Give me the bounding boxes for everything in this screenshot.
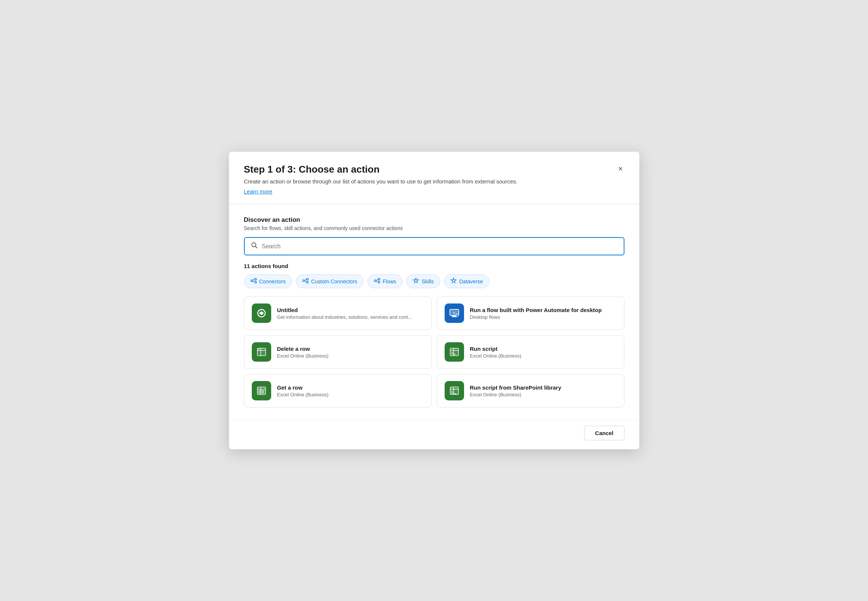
learn-more-link[interactable]: Learn more (244, 188, 273, 195)
svg-marker-18 (451, 278, 456, 283)
action-source-delete-row: Excel Online (Business) (277, 353, 329, 358)
svg-point-12 (374, 280, 376, 282)
choose-action-dialog: Step 1 of 3: Choose an action Create an … (229, 152, 639, 449)
flows-label: Flows (383, 279, 396, 284)
svg-point-3 (254, 279, 256, 281)
chip-dataverse[interactable]: Dataverse (444, 275, 489, 288)
action-card-run-script-sharepoint[interactable]: Run script from SharePoint library Excel… (437, 374, 624, 407)
dialog-body: Discover an action Search for flows, ski… (229, 204, 639, 420)
dataverse-label: Dataverse (459, 279, 483, 284)
action-name-delete-row: Delete a row (277, 346, 329, 352)
skills-icon (413, 278, 419, 285)
svg-point-2 (251, 280, 252, 282)
actions-grid: Untitled Get information about industrie… (244, 296, 624, 407)
action-card-untitled[interactable]: Untitled Get information about industrie… (244, 296, 432, 330)
chip-flows[interactable]: Flows (367, 275, 403, 288)
action-name-untitled: Untitled (277, 307, 412, 313)
flows-icon (374, 278, 381, 285)
svg-point-9 (307, 282, 309, 283)
svg-point-8 (307, 279, 309, 281)
actions-found-label: 11 actions found (244, 263, 624, 269)
action-name-run-script: Run script (470, 346, 521, 352)
action-info-run-desktop-flow: Run a flow built with Power Automate for… (470, 307, 602, 320)
svg-rect-31 (450, 348, 458, 356)
cancel-button[interactable]: Cancel (584, 426, 624, 440)
action-info-delete-row: Delete a row Excel Online (Business) (277, 346, 329, 358)
custom-connectors-label: Custom Connectors (311, 279, 358, 284)
action-icon-run-script-sharepoint (445, 381, 464, 400)
svg-point-7 (303, 280, 305, 282)
search-icon (251, 242, 258, 251)
connectors-icon (250, 278, 257, 285)
dialog-subtitle: Create an action or browse through our l… (244, 178, 624, 185)
action-card-run-desktop-flow[interactable]: Run a flow built with Power Automate for… (437, 296, 624, 330)
filter-chips: Connectors Custom Connectors (244, 275, 624, 288)
close-button[interactable]: × (614, 162, 627, 175)
action-info-untitled: Untitled Get information about industrie… (277, 307, 412, 320)
svg-line-1 (255, 246, 257, 248)
action-icon-run-desktop-flow (445, 304, 464, 323)
action-name-run-desktop-flow: Run a flow built with Power Automate for… (470, 307, 602, 313)
connectors-label: Connectors (259, 279, 286, 284)
action-info-get-row: Get a row Excel Online (Business) (277, 384, 329, 397)
action-source-run-script: Excel Online (Business) (470, 353, 521, 358)
svg-point-20 (260, 312, 263, 314)
chip-custom-connectors[interactable]: Custom Connectors (296, 275, 364, 288)
chip-connectors[interactable]: Connectors (244, 275, 292, 288)
action-card-get-row[interactable]: Get a row Excel Online (Business) (244, 374, 432, 407)
action-source-get-row: Excel Online (Business) (277, 392, 329, 397)
action-source-run-desktop-flow: Desktop flows (470, 314, 602, 320)
action-card-delete-row[interactable]: X Delete a row Excel Online (Business) (244, 335, 432, 369)
dialog-title: Step 1 of 3: Choose an action (244, 164, 624, 175)
action-card-run-script[interactable]: Run script Excel Online (Business) (437, 335, 624, 369)
dialog-footer: Cancel (229, 420, 639, 449)
svg-line-11 (305, 281, 307, 282)
action-icon-untitled (252, 304, 271, 323)
action-source-run-script-sharepoint: Excel Online (Business) (470, 392, 561, 397)
svg-line-10 (305, 280, 307, 281)
action-info-run-script-sharepoint: Run script from SharePoint library Excel… (470, 384, 561, 397)
svg-point-13 (378, 279, 380, 281)
action-source-untitled: Get information about industries, soluti… (277, 314, 412, 320)
action-icon-get-row (252, 381, 271, 400)
discover-subtitle: Search for flows, skill actions, and com… (244, 225, 624, 231)
skills-label: Skills (422, 279, 434, 284)
action-name-run-script-sharepoint: Run script from SharePoint library (470, 384, 561, 391)
svg-line-15 (376, 280, 378, 281)
svg-point-14 (378, 282, 380, 283)
chip-skills[interactable]: Skills (406, 275, 440, 288)
svg-line-6 (252, 281, 254, 282)
action-info-run-script: Run script Excel Online (Business) (470, 346, 521, 358)
search-input[interactable] (262, 243, 618, 250)
discover-title: Discover an action (244, 216, 624, 224)
action-icon-delete-row: X (252, 342, 271, 362)
svg-marker-17 (413, 278, 419, 283)
search-box (244, 237, 624, 255)
action-icon-run-script (445, 342, 464, 362)
svg-point-4 (254, 282, 256, 283)
svg-line-5 (252, 280, 254, 281)
dialog-header: Step 1 of 3: Choose an action Create an … (229, 152, 639, 204)
svg-line-16 (376, 281, 378, 282)
custom-connectors-icon (302, 278, 309, 285)
action-name-get-row: Get a row (277, 384, 329, 391)
dataverse-icon (450, 278, 457, 285)
